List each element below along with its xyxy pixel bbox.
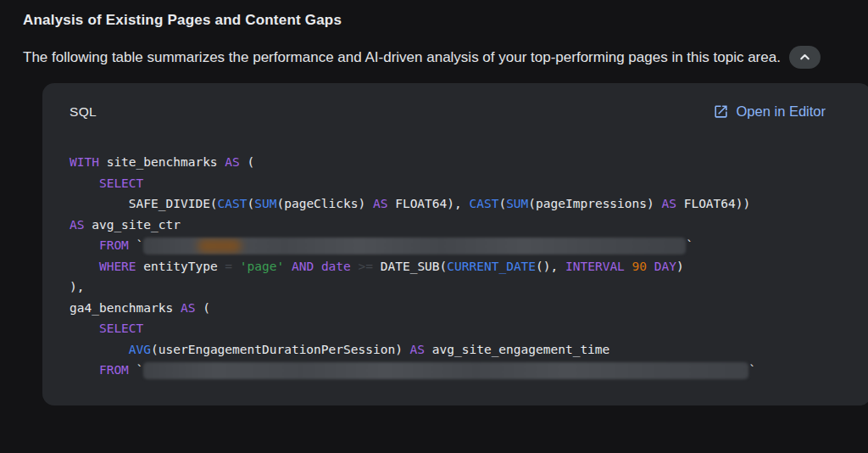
open-in-editor-label: Open in Editor (737, 103, 826, 120)
section-description-text: The following table summarizes the perfo… (23, 49, 781, 65)
section-description: The following table summarizes the perfo… (23, 42, 845, 72)
redacted-text (143, 238, 686, 254)
sql-label: SQL (70, 104, 97, 120)
code-line: SAFE_DIVIDE(CAST(SUM(pageClicks) AS FLOA… (70, 193, 844, 215)
code-line: ), (70, 277, 844, 298)
code-line: AVG(userEngagementDurationPerSession) AS… (70, 339, 844, 361)
code-line: FROM `` (70, 360, 844, 381)
sql-code-block: WITH site_benchmarks AS ( SELECT SAFE_DI… (70, 152, 844, 381)
chevron-up-icon (798, 50, 812, 64)
redaction-artifact (198, 239, 242, 253)
code-line: SELECT (70, 173, 844, 194)
code-line: SELECT (70, 318, 844, 339)
code-line: WITH site_benchmarks AS ( (70, 152, 844, 173)
section-heading: Analysis of Existing Pages and Content G… (23, 12, 845, 29)
collapse-button[interactable] (789, 46, 821, 69)
sql-panel: SQL Open in Editor WITH site_benchmarks … (42, 83, 868, 405)
code-line: FROM `` (70, 235, 844, 256)
content-area: Analysis of Existing Pages and Content G… (0, 0, 868, 405)
sql-panel-header: SQL Open in Editor (70, 103, 844, 120)
open-in-new-icon (713, 103, 729, 120)
open-in-editor-link[interactable]: Open in Editor (713, 103, 826, 120)
redacted-text (143, 362, 748, 379)
code-line: ga4_benchmarks AS ( (70, 298, 844, 319)
code-line: WHERE entityType = 'page' AND date >= DA… (70, 256, 844, 277)
code-line: AS avg_site_ctr (70, 215, 844, 236)
